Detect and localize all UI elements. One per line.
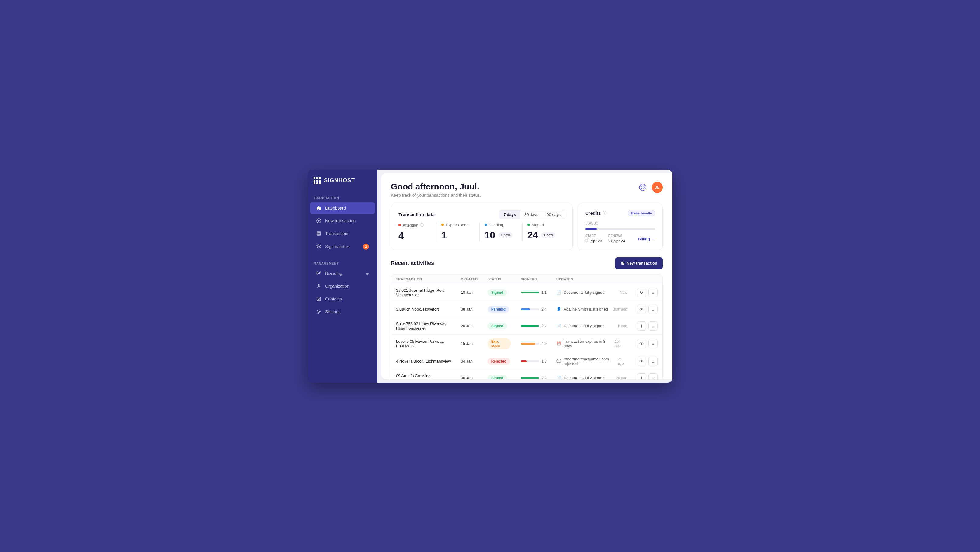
transaction-name: Suite 756 031 Ines Riverway, Rhiannonche… bbox=[391, 318, 456, 334]
signers-bar-fill bbox=[521, 377, 539, 379]
signers-ratio: 1/3 bbox=[541, 359, 547, 363]
sidebar-item-sign-batches[interactable]: Sign batches 3 bbox=[310, 240, 375, 253]
sidebar-item-settings[interactable]: Settings bbox=[310, 306, 375, 318]
new-transaction-button[interactable]: ⊕ New transaction bbox=[615, 257, 663, 269]
filter-30days[interactable]: 30 days bbox=[520, 210, 542, 219]
table-row: Suite 756 031 Ines Riverway, Rhiannonche… bbox=[391, 318, 662, 334]
svg-point-9 bbox=[318, 298, 319, 299]
stats-metrics: Attention ⓘ 4 Expires soon bbox=[398, 223, 565, 242]
sidebar-item-dashboard[interactable]: Dashboard bbox=[310, 202, 375, 214]
update-text: Documents fully signed bbox=[563, 290, 605, 295]
updates-cell: 💬 robertmeirmas@mail.com rejected 2d ago bbox=[551, 353, 632, 369]
svg-rect-3 bbox=[317, 232, 321, 233]
signers-ratio: 2/2 bbox=[541, 324, 547, 328]
table: TRANSACTION CREATED STATUS SIGNERS UPDAT… bbox=[391, 274, 662, 379]
update-time: 2d ago bbox=[616, 376, 627, 379]
support-icon[interactable] bbox=[637, 182, 648, 193]
sidebar-item-transactions[interactable]: Transactions bbox=[310, 228, 375, 239]
primary-action-button[interactable]: 👁 bbox=[637, 339, 646, 348]
sign-batches-badge: 3 bbox=[363, 243, 369, 250]
expires-dot bbox=[441, 224, 444, 226]
signers-bar-track bbox=[521, 360, 539, 362]
transaction-name: 3 Bauch Nook, Howefort bbox=[391, 301, 456, 318]
filter-7days[interactable]: 7 days bbox=[499, 210, 520, 219]
svg-rect-5 bbox=[317, 234, 321, 235]
expand-button[interactable]: ⌄ bbox=[649, 374, 658, 379]
svg-point-7 bbox=[318, 284, 319, 286]
start-label: START bbox=[585, 234, 602, 237]
diamond-icon: ◆ bbox=[366, 271, 369, 276]
transactions-table: TRANSACTION CREATED STATUS SIGNERS UPDAT… bbox=[391, 274, 663, 379]
list-icon bbox=[316, 231, 321, 236]
expand-button[interactable]: ⌄ bbox=[649, 339, 658, 348]
status-cell: Exp. soon bbox=[483, 334, 516, 353]
signed-badge: 1 new bbox=[541, 232, 555, 238]
signers-bar-fill bbox=[521, 309, 530, 310]
pending-badge: 1 new bbox=[498, 232, 512, 238]
status-badge: Exp. soon bbox=[488, 338, 511, 349]
actions-cell: 👁 ⌄ bbox=[632, 301, 662, 318]
signers-bar-track bbox=[521, 377, 539, 379]
brush-icon bbox=[316, 271, 321, 276]
sidebar-item-new-transaction[interactable]: New transaction bbox=[310, 215, 375, 227]
updates-cell: ⏰ Transaction expires in 3 days 10h ago bbox=[551, 334, 632, 353]
col-status: STATUS bbox=[483, 274, 516, 284]
signers-cell: 1/3 bbox=[516, 353, 551, 369]
actions-cell: 👁 ⌄ bbox=[632, 334, 662, 353]
renews-date: 21 Apr 24 bbox=[608, 239, 625, 243]
logo-grid-icon bbox=[313, 177, 321, 184]
col-transaction: TRANSACTION bbox=[391, 274, 456, 284]
primary-action-button[interactable]: ↻ bbox=[637, 288, 646, 297]
svg-point-11 bbox=[640, 184, 646, 191]
update-icon: 📄 bbox=[556, 375, 561, 379]
credits-info-icon[interactable]: ⓘ bbox=[603, 210, 606, 216]
expand-button[interactable]: ⌄ bbox=[649, 305, 658, 314]
signed-dot bbox=[527, 224, 530, 226]
app-container: SIGNHOST TRANSACTION Dashboard New trans… bbox=[307, 170, 673, 383]
table-row: 09 Arnulfo Crossing, Botsfordborough 06 … bbox=[391, 369, 662, 379]
expand-button[interactable]: ⌄ bbox=[649, 321, 658, 331]
sidebar-item-label: Organization bbox=[325, 284, 349, 289]
sidebar-item-branding[interactable]: Branding ◆ bbox=[310, 268, 375, 279]
metric-attention: Attention ⓘ 4 bbox=[398, 223, 436, 242]
created-date: 04 Jan bbox=[456, 353, 483, 369]
avatar[interactable]: JE bbox=[652, 182, 663, 193]
signers-cell: 2/2 bbox=[516, 318, 551, 334]
credits-meta: START 20 Apr 23 RENEWS 21 Apr 24 Billing bbox=[585, 234, 655, 243]
updates-cell: 📄 Documents fully signed 1h ago bbox=[551, 318, 632, 334]
update-time: Now bbox=[620, 290, 627, 295]
updates-cell: 📄 Documents fully signed Now bbox=[551, 284, 632, 301]
credits-bar-fill bbox=[585, 228, 597, 230]
credits-card: Credits ⓘ Basic bundle 50/300 bbox=[578, 204, 663, 250]
pending-value: 10 1 new bbox=[485, 230, 517, 241]
update-time: 2d ago bbox=[618, 357, 627, 366]
nav-section-management: MANAGEMENT bbox=[307, 258, 377, 267]
primary-action-button[interactable]: 👁 bbox=[637, 305, 646, 314]
credits-start: START 20 Apr 23 bbox=[585, 234, 602, 243]
primary-action-button[interactable]: ⬇ bbox=[637, 374, 646, 379]
expand-button[interactable]: ⌄ bbox=[649, 357, 658, 366]
primary-action-button[interactable]: ⬇ bbox=[637, 321, 646, 331]
table-body: 3 / 621 Juvenal Ridge, Port Vestachester… bbox=[391, 284, 662, 379]
svg-point-10 bbox=[318, 311, 320, 312]
actions-cell: ⬇ ⌄ bbox=[632, 369, 662, 379]
expand-button[interactable]: ⌄ bbox=[649, 288, 658, 297]
attention-dot bbox=[398, 224, 401, 226]
sidebar-item-contacts[interactable]: Contacts bbox=[310, 293, 375, 305]
created-date: 06 Jan bbox=[456, 369, 483, 379]
main-content: Good afternoon, Juul. Keep track of your… bbox=[377, 170, 673, 383]
billing-link[interactable]: Billing → bbox=[638, 237, 655, 241]
signers-bar-track bbox=[521, 325, 539, 327]
pending-label: Pending bbox=[489, 223, 503, 227]
signers-cell: 1/1 bbox=[516, 284, 551, 301]
plus-circle-icon bbox=[316, 218, 321, 224]
update-text: Documents fully signed bbox=[563, 324, 605, 328]
status-cell: Pending bbox=[483, 301, 516, 318]
sidebar-item-label: Sign batches bbox=[325, 244, 350, 249]
main-inner: Good afternoon, Juul. Keep track of your… bbox=[381, 173, 673, 379]
attention-info-icon[interactable]: ⓘ bbox=[420, 223, 424, 228]
sidebar-item-organization[interactable]: Organization bbox=[310, 280, 375, 292]
primary-action-button[interactable]: 👁 bbox=[637, 357, 646, 366]
header: Good afternoon, Juul. Keep track of your… bbox=[381, 173, 673, 204]
filter-90days[interactable]: 90 days bbox=[542, 210, 565, 219]
